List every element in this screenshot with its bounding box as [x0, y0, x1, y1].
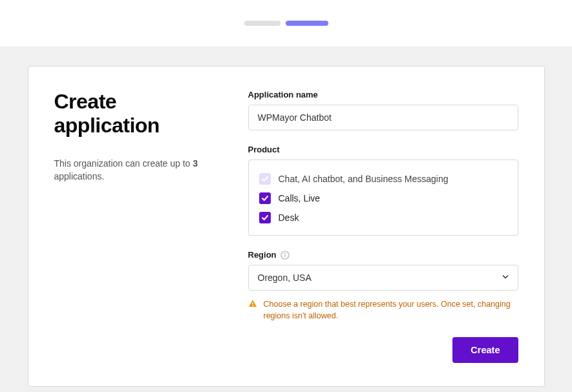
- product-field-group: Product Chat, AI chatbot, and Business M…: [248, 145, 518, 236]
- checkbox-icon: [259, 192, 271, 204]
- app-name-label: Application name: [248, 90, 518, 99]
- left-column: Create application This organization can…: [54, 90, 222, 363]
- subtext-count: 3: [193, 158, 198, 169]
- region-warning-text: Choose a region that best represents you…: [264, 298, 518, 322]
- warning-icon: [248, 299, 257, 322]
- product-option-label: Calls, Live: [279, 193, 321, 203]
- checkbox-icon: [259, 173, 271, 185]
- title-line-1: Create: [54, 90, 117, 113]
- region-warning-row: Choose a region that best represents you…: [248, 298, 518, 322]
- subtext-prefix: This organization can create up to: [54, 158, 193, 169]
- progress-step-1: [244, 21, 281, 26]
- region-label-text: Region: [248, 250, 277, 260]
- product-option-chat: Chat, AI chatbot, and Business Messaging: [259, 169, 507, 189]
- product-options-box: Chat, AI chatbot, and Business Messaging…: [248, 160, 518, 236]
- title-line-2: application: [54, 114, 160, 137]
- checkbox-icon: [259, 212, 271, 223]
- progress-step-2: [286, 21, 328, 26]
- region-field-group: Region Oregon, USA: [248, 250, 518, 322]
- product-option-label: Chat, AI chatbot, and Business Messaging: [279, 174, 449, 184]
- svg-rect-2: [284, 254, 285, 257]
- quota-subtext: This organization can create up to 3 app…: [54, 157, 222, 183]
- app-name-field-group: Application name: [248, 90, 518, 130]
- create-application-card: Create application This organization can…: [28, 66, 545, 387]
- svg-rect-3: [252, 302, 253, 304]
- page-title: Create application: [54, 90, 222, 138]
- main-container: Create application This organization can…: [0, 46, 572, 392]
- form-column: Application name Product Chat, AI chatbo…: [248, 90, 518, 363]
- product-option-desk[interactable]: Desk: [259, 208, 507, 227]
- svg-point-1: [284, 253, 286, 254]
- svg-point-4: [252, 305, 253, 306]
- create-button[interactable]: Create: [452, 337, 518, 363]
- product-label: Product: [248, 145, 518, 154]
- product-option-calls[interactable]: Calls, Live: [259, 189, 507, 208]
- button-row: Create: [248, 337, 518, 363]
- progress-indicator: [0, 0, 572, 46]
- region-select-wrap: Oregon, USA: [248, 265, 518, 291]
- region-label: Region: [248, 250, 518, 260]
- app-name-input[interactable]: [248, 105, 518, 130]
- subtext-suffix: applications.: [54, 171, 105, 181]
- region-select[interactable]: Oregon, USA: [248, 265, 518, 291]
- info-icon[interactable]: [281, 251, 290, 260]
- product-option-label: Desk: [279, 212, 299, 223]
